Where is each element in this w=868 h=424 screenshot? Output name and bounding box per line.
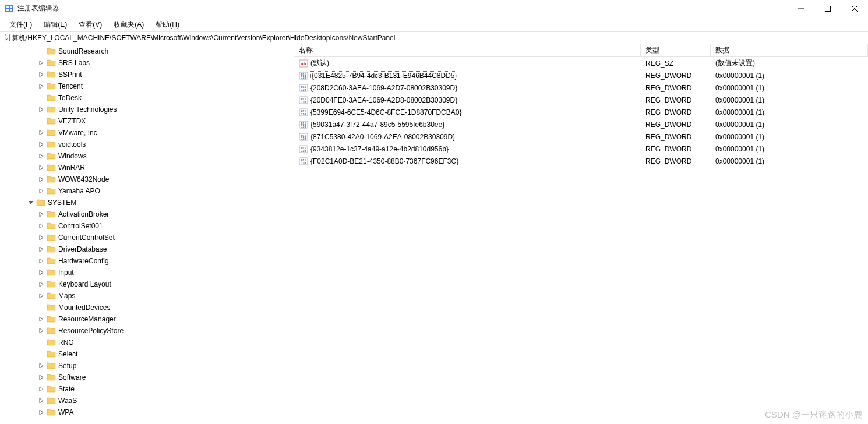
tree-item[interactable]: SRS Labs (0, 57, 294, 69)
tree-item[interactable]: WaaS (0, 395, 294, 407)
folder-icon (47, 245, 56, 254)
expand-icon[interactable] (37, 385, 45, 393)
expand-icon[interactable] (37, 152, 45, 160)
tree-item[interactable]: Keyboard Layout (0, 278, 294, 290)
tree-item[interactable]: WinRAR (0, 162, 294, 174)
expand-icon[interactable] (37, 268, 45, 277)
folder-icon (47, 338, 56, 347)
tree-item[interactable]: CurrentControlSet (0, 232, 294, 243)
tree-item[interactable]: SoundResearch (0, 45, 294, 57)
expand-icon[interactable] (37, 140, 45, 149)
dword-value-icon: 011110 (299, 71, 308, 80)
address-bar[interactable]: 计算机\HKEY_LOCAL_MACHINE\SOFTWARE\Microsof… (0, 31, 868, 44)
expand-icon[interactable] (37, 164, 45, 172)
menu-view[interactable]: 查看(V) (74, 19, 107, 31)
expand-icon[interactable] (37, 257, 45, 265)
tree-item[interactable]: WPA (0, 407, 294, 418)
minimize-button[interactable] (788, 0, 814, 17)
address-text: 计算机\HKEY_LOCAL_MACHINE\SOFTWARE\Microsof… (5, 33, 395, 43)
tree-item[interactable]: Maps (0, 290, 294, 302)
tree-item[interactable]: MountedDevices (0, 302, 294, 313)
value-type: REG_DWORD (641, 157, 711, 165)
column-header-name[interactable]: 名称 (294, 44, 641, 56)
value-row[interactable]: ab(默认)REG_SZ(数值未设置) (294, 57, 868, 69)
column-header-data[interactable]: 数据 (711, 44, 868, 56)
tree-item[interactable]: RNG (0, 337, 294, 348)
expand-icon[interactable] (37, 315, 45, 323)
expand-icon[interactable] (37, 82, 45, 90)
folder-icon (47, 82, 56, 91)
tree-item[interactable]: DriverDatabase (0, 243, 294, 255)
menu-help[interactable]: 帮助(H) (151, 19, 184, 31)
close-button[interactable] (841, 0, 868, 17)
tree-item-label: SSPrint (58, 70, 82, 79)
expand-icon[interactable] (37, 397, 45, 405)
value-row[interactable]: 011110{031E4825-7B94-4dc3-B131-E946B44C8… (294, 69, 868, 82)
expand-icon[interactable] (37, 187, 45, 195)
column-header-type[interactable]: 类型 (641, 44, 711, 56)
tree-item[interactable]: Tencent (0, 80, 294, 92)
expand-icon[interactable] (37, 362, 45, 370)
value-row[interactable]: 011110{F02C1A0D-BE21-4350-88B0-7367FC96E… (294, 155, 868, 167)
tree-item[interactable]: SSPrint (0, 69, 294, 80)
expand-icon[interactable] (37, 234, 45, 242)
expand-icon[interactable] (37, 373, 45, 381)
expand-icon (37, 303, 45, 312)
tree-item[interactable]: Setup (0, 360, 294, 372)
value-row[interactable]: 011110{20D04FE0-3AEA-1069-A2D8-08002B303… (294, 94, 868, 106)
menu-edit[interactable]: 编辑(E) (39, 19, 72, 31)
expand-icon[interactable] (37, 210, 45, 218)
tree-item[interactable]: Windows (0, 150, 294, 162)
tree-item[interactable]: HardwareConfig (0, 255, 294, 267)
tree-item[interactable]: Yamaha APO (0, 185, 294, 197)
expand-icon[interactable] (37, 292, 45, 300)
expand-icon[interactable] (37, 129, 45, 137)
expand-icon[interactable] (37, 222, 45, 230)
expand-icon[interactable] (37, 280, 45, 288)
value-row[interactable]: 011110{9343812e-1c37-4a49-a12e-4b2d810d9… (294, 143, 868, 155)
value-row[interactable]: 011110{208D2C60-3AEA-1069-A2D7-08002B303… (294, 82, 868, 94)
tree-item[interactable]: ResourcePolicyStore (0, 325, 294, 337)
tree-item[interactable]: State (0, 383, 294, 395)
value-row[interactable]: 011110{5399E694-6CE5-4D6C-8FCE-1D8870FDC… (294, 106, 868, 118)
collapse-icon[interactable] (27, 199, 35, 207)
list-body[interactable]: ab(默认)REG_SZ(数值未设置)011110{031E4825-7B94-… (294, 57, 868, 424)
tree-item[interactable]: Unity Technologies (0, 104, 294, 115)
expand-icon[interactable] (37, 408, 45, 416)
value-type: REG_DWORD (641, 108, 711, 116)
expand-icon[interactable] (37, 105, 45, 114)
expand-icon[interactable] (37, 245, 45, 253)
tree-item-label: ToDesk (58, 94, 82, 102)
value-type: REG_DWORD (641, 133, 711, 141)
maximize-button[interactable] (814, 0, 841, 17)
tree-item-label: Maps (58, 292, 75, 300)
tree-item-label: ControlSet001 (58, 222, 103, 230)
value-row[interactable]: 011110{59031a47-3f72-44a7-89c5-5595fe6b3… (294, 118, 868, 130)
tree-item[interactable]: voidtools (0, 139, 294, 150)
tree-item[interactable]: VMware, Inc. (0, 127, 294, 139)
tree-item[interactable]: VEZTDX (0, 115, 294, 127)
value-data: (数值未设置) (711, 58, 868, 68)
value-type: REG_DWORD (641, 145, 711, 153)
expand-icon[interactable] (37, 327, 45, 335)
tree-item-label: VEZTDX (58, 117, 86, 125)
expand-icon[interactable] (37, 175, 45, 183)
tree-item[interactable]: ResourceManager (0, 313, 294, 325)
tree-item[interactable]: Software (0, 372, 294, 383)
folder-icon (47, 326, 56, 335)
tree-item[interactable]: Select (0, 348, 294, 360)
tree-item[interactable]: SYSTEM (0, 197, 294, 209)
tree-item[interactable]: ActivationBroker (0, 209, 294, 220)
menu-favorites[interactable]: 收藏夹(A) (109, 19, 149, 31)
tree-item[interactable]: ControlSet001 (0, 220, 294, 232)
expand-icon[interactable] (37, 70, 45, 79)
value-row[interactable]: 011110{871C5380-42A0-1069-A2EA-08002B303… (294, 130, 868, 143)
tree-item[interactable]: Input (0, 267, 294, 278)
menu-file[interactable]: 文件(F) (5, 19, 37, 31)
tree-item[interactable]: ToDesk (0, 92, 294, 104)
svg-text:110: 110 (301, 161, 306, 165)
expand-icon[interactable] (37, 59, 45, 67)
tree-pane[interactable]: SoundResearchSRS LabsSSPrintTencentToDes… (0, 44, 294, 424)
folder-icon (47, 58, 56, 68)
tree-item[interactable]: WOW6432Node (0, 174, 294, 185)
